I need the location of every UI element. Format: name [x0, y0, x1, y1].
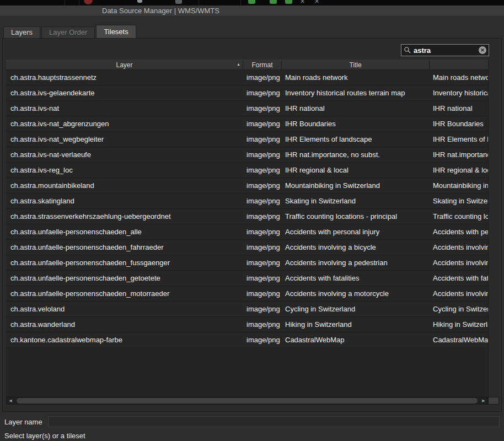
scroll-right-arrow-icon[interactable]: ▶ [480, 397, 487, 404]
cell-format: image/png [243, 243, 282, 251]
cell-abstract: Mountainbiking in Switzerland [430, 181, 488, 190]
cell-format: image/png [243, 166, 282, 174]
table-row[interactable]: ch.astra.ivs-nat image/png IHR national … [6, 101, 488, 116]
cell-layer: ch.astra.skatingland [6, 197, 243, 205]
cell-layer: ch.astra.unfaelle-personenschaeden_fussg… [6, 259, 243, 267]
layer-name-label: Layer name [4, 418, 42, 426]
table-row[interactable]: ch.astra.mountainbikeland image/png Moun… [6, 178, 488, 193]
cell-title: Accidents with fatalities [282, 274, 430, 282]
cell-abstract: Accidents with personal injury [430, 228, 488, 236]
cell-layer: ch.astra.ivs-gelaendekarte [6, 89, 243, 97]
table-row[interactable]: ch.kantone.cadastralwebmap-farbe image/p… [6, 332, 488, 348]
cell-abstract: Main roads network [430, 73, 488, 82]
table-row[interactable]: ch.astra.veloland image/png Cycling in S… [6, 302, 488, 317]
cell-layer: ch.astra.unfaelle-personenschaeden_getoe… [6, 274, 243, 282]
scrollbar-corner [488, 397, 499, 405]
table-header-row: Layer ▲ Format Title [6, 60, 488, 70]
cell-format: image/png [243, 181, 282, 190]
dialog-title: Data Source Manager | WMS/WMTS [102, 7, 219, 15]
layer-name-row: Layer name [4, 416, 500, 427]
table-row[interactable]: ch.astra.ivs-nat-verlaeufe image/png IHR… [6, 147, 488, 163]
cell-abstract: IHR regional & local [430, 166, 488, 174]
scrollbar-track[interactable] [14, 397, 480, 404]
cell-layer: ch.astra.hauptstrassennetz [6, 73, 243, 82]
table-row[interactable]: ch.astra.ivs-nat_abgrenzungen image/png … [6, 116, 488, 132]
table-row[interactable]: ch.astra.hauptstrassennetz image/png Mai… [6, 70, 488, 85]
cell-title: IHR Boundaries [282, 120, 430, 128]
cell-format: image/png [243, 305, 282, 313]
table-row[interactable]: ch.astra.ivs-reg_loc image/png IHR regio… [6, 163, 488, 178]
cell-format: image/png [243, 150, 282, 159]
table-row[interactable]: ch.astra.unfaelle-personenschaeden_fahrr… [6, 240, 488, 255]
tab-layers[interactable]: Layers [3, 26, 40, 38]
horizontal-scrollbar[interactable]: ◀ ▶ [6, 397, 488, 405]
layer-name-input[interactable] [48, 416, 500, 427]
tilesets-panel: ✕ Layer ▲ Format Title ch.astra.hauptstr… [2, 38, 502, 412]
cell-title: IHR regional & local [282, 166, 430, 174]
cell-format: image/png [243, 197, 282, 205]
cell-title: Accidents involving a pedestrian [282, 259, 430, 267]
cell-abstract: Skating in Switzerland [430, 197, 488, 205]
cell-abstract: CadastralWebMap [430, 336, 488, 344]
cell-title: IHR nat.importance, no subst. [282, 150, 430, 159]
cell-format: image/png [243, 135, 282, 143]
toolbar-separator [199, 0, 199, 6]
cell-title: CadastralWebMap [282, 336, 430, 344]
toolbar-separator [240, 0, 241, 6]
tab-bar: Layers Layer Order Tilesets [3, 25, 504, 38]
cell-layer: ch.astra.ivs-reg_loc [6, 166, 243, 174]
cell-layer: ch.astra.strassenverkehrszaehlung-ueberg… [6, 212, 243, 220]
table-row[interactable]: ch.astra.unfaelle-personenschaeden_getoe… [6, 271, 488, 286]
green-toolbar-icon [270, 0, 277, 4]
table-row[interactable]: ch.astra.ivs-nat_wegbegleiter image/png … [6, 132, 488, 147]
tab-tilesets[interactable]: Tilesets [96, 25, 136, 38]
scroll-left-arrow-icon[interactable]: ◀ [7, 397, 14, 404]
clear-search-icon[interactable]: ✕ [479, 46, 486, 54]
toolbar-icon [175, 0, 182, 4]
column-header-label: Layer [116, 61, 132, 69]
cell-abstract: Traffic counting locations - principal [430, 212, 488, 220]
cell-title: IHR Elements of landscape [282, 135, 430, 143]
cell-abstract: IHR national [430, 104, 488, 112]
table-row[interactable]: ch.astra.unfaelle-personenschaeden_fussg… [6, 255, 488, 271]
cell-abstract: IHR Elements of landscape [430, 135, 488, 143]
cell-format: image/png [243, 274, 282, 282]
cell-title: Accidents involving a bicycle [282, 243, 430, 251]
cell-abstract: IHR nat.importance, no subst. [430, 150, 488, 159]
scrollbar-thumb[interactable] [17, 398, 478, 404]
green-toolbar-icon [248, 0, 255, 4]
cell-layer: ch.astra.unfaelle-personenschaeden_fahrr… [6, 243, 243, 251]
table-row[interactable]: ch.astra.unfaelle-personenschaeden_alle … [6, 224, 488, 240]
cell-format: image/png [243, 120, 282, 128]
table-row[interactable]: ch.astra.skatingland image/png Skating i… [6, 193, 488, 209]
cell-title: IHR national [282, 104, 430, 112]
vertical-scrollbar[interactable] [488, 59, 499, 397]
cell-title: Inventory historical routes terrain map [282, 89, 430, 97]
dialog-titlebar[interactable]: Data Source Manager | WMS/WMTS [0, 6, 504, 17]
column-header-format[interactable]: Format [243, 60, 282, 69]
column-header-layer[interactable]: Layer ▲ [6, 60, 243, 69]
cell-format: image/png [243, 228, 282, 236]
cell-abstract: Cycling in Switzerland [430, 305, 488, 313]
red-toolbar-icon [84, 0, 93, 4]
background-toolbar-strip: ✕ ✕ [0, 0, 504, 6]
table-row[interactable]: ch.astra.wanderland image/png Hiking in … [6, 317, 488, 332]
column-header-abstract[interactable] [430, 60, 488, 69]
column-header-title[interactable]: Title [282, 60, 430, 69]
cell-layer: ch.astra.ivs-nat_wegbegleiter [6, 135, 243, 143]
cell-format: image/png [243, 320, 282, 329]
cell-title: Hiking in Switzerland [282, 320, 430, 329]
cell-layer: ch.astra.veloland [6, 305, 243, 313]
table-row[interactable]: ch.astra.ivs-gelaendekarte image/png Inv… [6, 85, 488, 101]
search-input[interactable] [411, 46, 479, 55]
table-row[interactable]: ch.astra.strassenverkehrszaehlung-ueberg… [6, 209, 488, 224]
toolbar-separator [79, 0, 79, 6]
cell-format: image/png [243, 336, 282, 344]
cell-format: image/png [243, 289, 282, 298]
search-icon [404, 46, 411, 54]
cell-layer: ch.astra.ivs-nat_abgrenzungen [6, 120, 243, 128]
toolbar-separator [65, 0, 65, 6]
cell-title: Mountainbiking in Switzerland [282, 181, 430, 190]
table-row[interactable]: ch.astra.unfaelle-personenschaeden_motor… [6, 286, 488, 302]
cell-format: image/png [243, 104, 282, 112]
